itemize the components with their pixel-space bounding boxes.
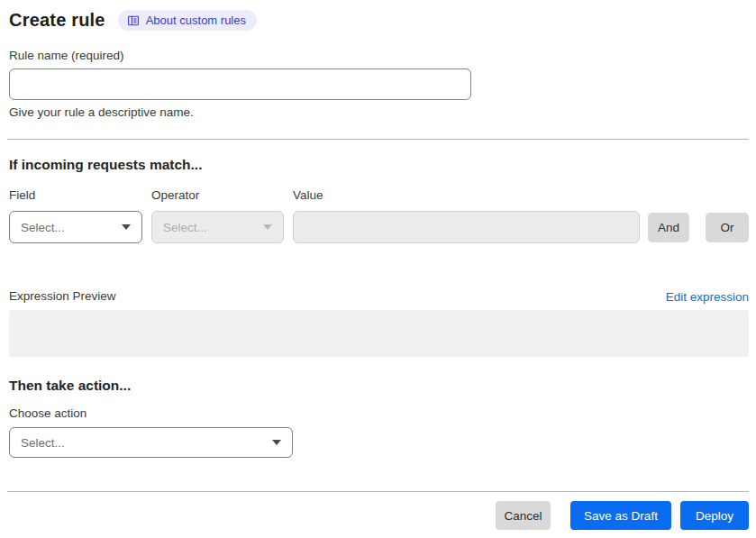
action-section-heading: Then take action... <box>9 378 749 394</box>
operator-group: Operator Select... <box>151 188 284 243</box>
choose-action-placeholder: Select... <box>21 436 65 450</box>
choose-action-label: Choose action <box>9 406 749 421</box>
create-rule-page: Create rule About custom rules Rule name… <box>0 0 756 538</box>
value-group: Value <box>293 188 640 243</box>
chevron-down-icon <box>272 440 281 445</box>
footer-actions: Cancel Save as Draft Deploy <box>9 501 749 530</box>
chevron-down-icon <box>263 224 272 230</box>
cancel-button[interactable]: Cancel <box>496 501 551 530</box>
match-row: Field Select... Operator Select... Value… <box>9 188 749 243</box>
expression-preview-row: Expression Preview Edit expression <box>9 289 749 304</box>
field-select-placeholder: Select... <box>21 221 65 234</box>
title-row: Create rule About custom rules <box>9 8 749 32</box>
match-section-heading: If incoming requests match... <box>9 157 749 173</box>
operator-select[interactable]: Select... <box>151 211 284 243</box>
deploy-button[interactable]: Deploy <box>680 501 749 530</box>
about-badge-label: About custom rules <box>146 14 246 27</box>
chevron-down-icon <box>122 224 131 230</box>
choose-action-select[interactable]: Select... <box>9 427 293 458</box>
rule-name-helper: Give your rule a descriptive name. <box>9 105 749 120</box>
rule-name-label: Rule name (required) <box>9 49 749 63</box>
expression-preview-label: Expression Preview <box>9 289 116 304</box>
page-title: Create rule <box>9 10 105 31</box>
field-label: Field <box>9 188 142 203</box>
operator-select-placeholder: Select... <box>163 221 207 234</box>
about-custom-rules-badge[interactable]: About custom rules <box>118 10 257 31</box>
section-divider <box>7 139 749 140</box>
book-icon <box>127 14 140 27</box>
value-input[interactable] <box>293 211 640 243</box>
operator-label: Operator <box>151 188 284 203</box>
field-group: Field Select... <box>9 188 142 243</box>
or-button[interactable]: Or <box>706 213 749 242</box>
and-button[interactable]: And <box>648 213 689 242</box>
expression-preview-box <box>9 310 749 357</box>
value-label: Value <box>293 188 640 203</box>
footer-divider <box>7 491 749 492</box>
edit-expression-link[interactable]: Edit expression <box>666 290 749 304</box>
save-as-draft-button[interactable]: Save as Draft <box>570 501 671 530</box>
field-select[interactable]: Select... <box>9 211 142 243</box>
rule-name-input[interactable] <box>9 68 471 100</box>
